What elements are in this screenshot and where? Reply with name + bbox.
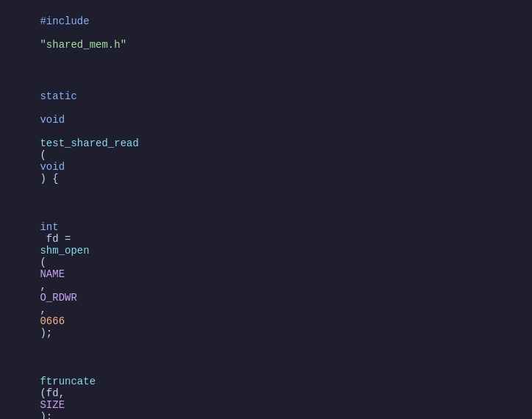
preprocessor-keyword: #include — [40, 15, 89, 27]
code-line: #include "shared_mem.h" — [0, 3, 532, 63]
code-editor: #include "shared_mem.h" static void test… — [0, 0, 532, 419]
code-line: int fd = shm_open ( NAME , O_RDWR , 0666… — [0, 197, 532, 351]
code-line — [0, 63, 532, 78]
code-line: static void test_shared_read ( void ) { — [0, 78, 532, 197]
string-literal: "shared_mem.h" — [40, 39, 126, 51]
code-line: ftruncate (fd, SIZE ); — [0, 351, 532, 419]
